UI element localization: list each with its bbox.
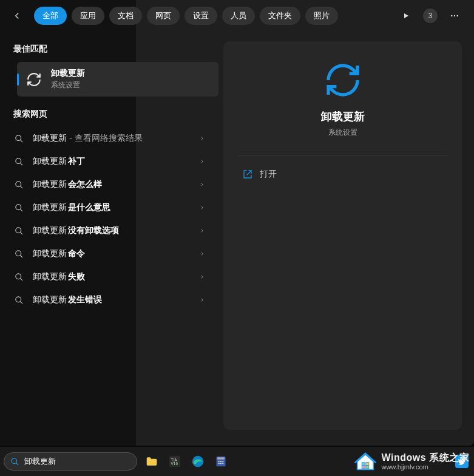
svg-point-8 xyxy=(15,250,21,256)
search-icon xyxy=(13,248,24,259)
search-icon xyxy=(13,225,24,236)
open-action[interactable]: 打开 xyxy=(238,166,282,182)
arrow-left-icon xyxy=(12,10,22,21)
play-button[interactable] xyxy=(396,6,416,25)
svg-point-1 xyxy=(454,15,455,16)
web-item[interactable]: 卸载更新是什么意思 xyxy=(0,196,218,219)
tab-photos[interactable]: 照片 xyxy=(305,7,338,25)
chevron-right-icon xyxy=(199,182,205,188)
search-icon xyxy=(10,457,19,466)
detail-title: 卸载更新 xyxy=(321,109,365,124)
open-action-label: 打开 xyxy=(260,169,277,180)
back-button[interactable] xyxy=(6,5,28,27)
web-item[interactable]: 卸载更新没有卸载选项 xyxy=(0,219,218,242)
web-item[interactable]: 卸载更新发生错误 xyxy=(0,288,218,311)
more-button[interactable] xyxy=(445,6,464,25)
svg-point-19 xyxy=(220,461,222,462)
tab-web[interactable]: 网页 xyxy=(147,7,180,25)
svg-point-6 xyxy=(15,204,21,209)
svg-point-18 xyxy=(218,461,220,462)
play-icon xyxy=(402,12,410,19)
chevron-right-icon xyxy=(199,158,205,165)
best-match-text: 卸载更新 系统设置 xyxy=(51,68,85,90)
chevron-right-icon xyxy=(199,297,205,303)
best-match-subtitle: 系统设置 xyxy=(51,80,85,90)
chevron-right-icon xyxy=(199,228,205,234)
tab-folders[interactable]: 文件夹 xyxy=(260,7,300,25)
search-panel: 全部 应用 文档 网页 设置 人员 文件夹 照片 3 最佳匹配 xyxy=(0,0,474,446)
web-item[interactable]: 卸载更新 - 查看网络搜索结果 xyxy=(0,127,218,150)
rotate-icon xyxy=(26,72,42,87)
chevron-right-icon xyxy=(199,274,205,280)
open-external-icon xyxy=(243,169,252,179)
web-section-header: 搜索网页 xyxy=(0,101,218,127)
svg-point-2 xyxy=(456,15,458,16)
calculator-icon[interactable] xyxy=(212,453,229,470)
best-match-header: 最佳匹配 xyxy=(0,36,218,62)
taskbar-search[interactable] xyxy=(4,452,137,471)
twitter-icon[interactable] xyxy=(453,453,470,470)
tab-apps[interactable]: 应用 xyxy=(72,7,104,25)
svg-point-11 xyxy=(12,458,17,463)
svg-point-5 xyxy=(15,181,21,186)
svg-point-22 xyxy=(220,463,222,464)
edge-icon[interactable] xyxy=(189,453,206,470)
chevron-right-icon xyxy=(199,135,205,141)
content: 最佳匹配 卸载更新 系统设置 搜索网页 卸载更新 - 查看网络搜索结果 xyxy=(0,32,474,446)
svg-point-3 xyxy=(15,135,21,140)
tia-app-icon: TIAV16 xyxy=(168,455,181,468)
more-icon xyxy=(450,11,459,21)
svg-point-7 xyxy=(15,227,21,233)
rotate-icon xyxy=(323,61,362,100)
chevron-right-icon xyxy=(199,251,205,257)
web-list: 卸载更新 - 查看网络搜索结果 卸载更新补丁 卸载更新会怎么样 卸载更新是什么意… xyxy=(0,127,218,311)
calculator-app-icon xyxy=(215,455,227,467)
right-controls: 3 xyxy=(396,6,468,25)
twitter-app-icon xyxy=(455,455,469,468)
chevron-right-icon xyxy=(199,205,205,211)
detail-card: 卸载更新 系统设置 打开 xyxy=(223,41,462,430)
detail-pane: 卸载更新 系统设置 打开 xyxy=(218,32,474,446)
search-icon xyxy=(13,156,24,167)
tia-icon[interactable]: TIAV16 xyxy=(166,453,183,470)
edge-browser-icon xyxy=(191,455,205,468)
web-item[interactable]: 卸载更新补丁 xyxy=(0,150,218,173)
detail-icon xyxy=(323,61,362,100)
svg-point-4 xyxy=(15,158,21,163)
search-input[interactable] xyxy=(24,457,130,466)
search-icon xyxy=(13,179,24,190)
search-icon xyxy=(13,133,24,144)
update-icon xyxy=(25,71,42,88)
results-column: 最佳匹配 卸载更新 系统设置 搜索网页 卸载更新 - 查看网络搜索结果 xyxy=(0,32,218,446)
svg-text:V16: V16 xyxy=(171,461,178,466)
tab-bar: 全部 应用 文档 网页 设置 人员 文件夹 照片 3 xyxy=(0,0,474,32)
detail-subtitle: 系统设置 xyxy=(328,127,357,138)
file-explorer-icon[interactable] xyxy=(143,453,160,470)
search-icon xyxy=(13,294,24,305)
taskbar: TIAV16 xyxy=(0,447,474,476)
web-item[interactable]: 卸载更新会怎么样 xyxy=(0,173,218,196)
tab-all[interactable]: 全部 xyxy=(34,7,67,25)
best-match-title: 卸载更新 xyxy=(51,68,85,79)
tabs: 全部 应用 文档 网页 设置 人员 文件夹 照片 xyxy=(34,7,338,25)
svg-point-0 xyxy=(451,15,452,16)
search-icon xyxy=(13,271,24,282)
search-icon xyxy=(13,202,24,213)
svg-point-9 xyxy=(15,273,21,279)
web-item-text: 卸载更新 - 查看网络搜索结果 xyxy=(33,133,143,144)
folder-icon xyxy=(146,455,158,467)
svg-point-10 xyxy=(15,296,21,302)
svg-point-21 xyxy=(218,463,220,464)
web-item[interactable]: 卸载更新命令 xyxy=(0,242,218,265)
svg-rect-17 xyxy=(217,457,225,459)
web-item[interactable]: 卸载更新失败 xyxy=(0,265,218,288)
divider xyxy=(238,155,447,155)
tab-people[interactable]: 人员 xyxy=(222,7,255,25)
svg-point-20 xyxy=(222,461,223,462)
taskbar-icons: TIAV16 xyxy=(143,453,229,470)
best-match-item[interactable]: 卸载更新 系统设置 xyxy=(17,62,218,97)
tab-documents[interactable]: 文档 xyxy=(109,7,142,25)
count-badge[interactable]: 3 xyxy=(423,8,438,23)
tab-settings[interactable]: 设置 xyxy=(185,7,217,25)
svg-point-23 xyxy=(222,463,223,464)
